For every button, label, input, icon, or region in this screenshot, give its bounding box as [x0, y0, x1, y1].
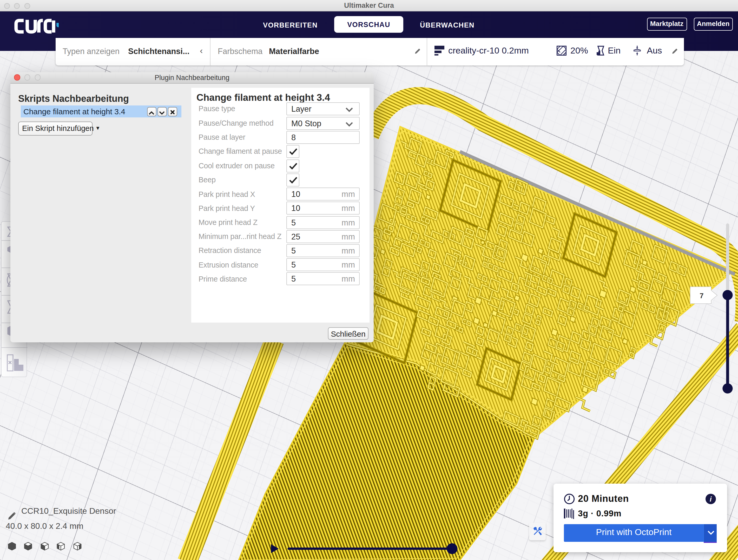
svg-text:7: 7: [700, 292, 703, 300]
svg-text:i: i: [710, 495, 712, 503]
